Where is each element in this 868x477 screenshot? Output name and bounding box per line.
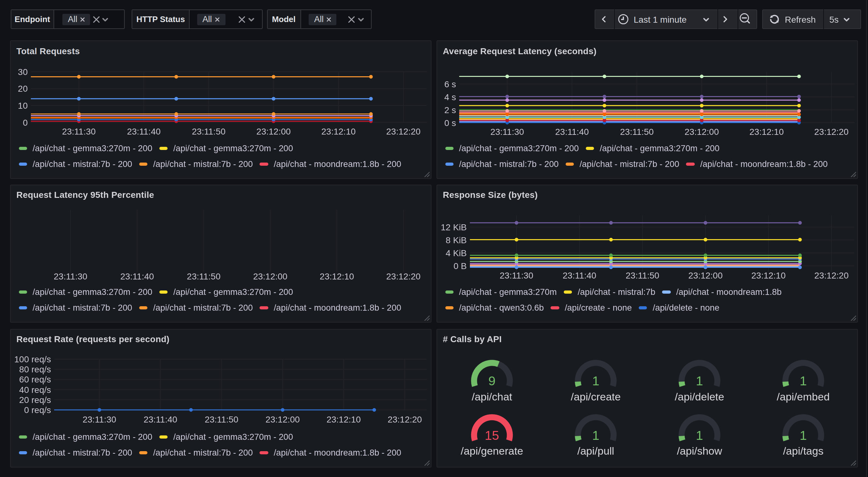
svg-text:1: 1 <box>592 374 599 388</box>
svg-text:20 req/s: 20 req/s <box>19 395 51 405</box>
svg-text:/api/pull: /api/pull <box>577 445 614 456</box>
svg-text:8 KiB: 8 KiB <box>445 235 466 245</box>
svg-text:/api/create: /api/create <box>570 390 620 402</box>
svg-text:23:11:30: 23:11:30 <box>82 414 116 424</box>
svg-text:23:11:40: 23:11:40 <box>120 271 154 281</box>
svg-text:/api/show: /api/show <box>677 445 722 456</box>
svg-text:0 req/s: 0 req/s <box>24 405 51 415</box>
svg-text:1: 1 <box>592 428 599 442</box>
svg-text:23:11:30: 23:11:30 <box>54 271 87 281</box>
svg-text:23:12:10: 23:12:10 <box>319 271 354 281</box>
svg-text:9: 9 <box>488 374 495 388</box>
svg-text:23:11:30: 23:11:30 <box>490 127 524 137</box>
svg-text:30: 30 <box>18 67 27 77</box>
svg-text:23:11:40: 23:11:40 <box>143 414 177 424</box>
svg-text:23:11:50: 23:11:50 <box>186 271 220 281</box>
svg-text:23:12:20: 23:12:20 <box>814 270 848 280</box>
svg-text:23:11:50: 23:11:50 <box>205 414 238 424</box>
svg-text:23:11:50: 23:11:50 <box>620 127 653 137</box>
svg-text:23:11:50: 23:11:50 <box>625 270 659 280</box>
svg-text:23:12:10: 23:12:10 <box>749 127 784 137</box>
svg-text:23:12:00: 23:12:00 <box>253 271 287 281</box>
svg-text:100 req/s: 100 req/s <box>14 354 51 364</box>
svg-text:23:11:40: 23:11:40 <box>127 127 160 137</box>
svg-text:20: 20 <box>18 84 27 94</box>
svg-text:40 req/s: 40 req/s <box>19 385 51 394</box>
svg-text:4 KiB: 4 KiB <box>445 248 466 258</box>
svg-text:60 req/s: 60 req/s <box>19 374 51 384</box>
svg-text:23:12:20: 23:12:20 <box>814 127 848 137</box>
svg-text:23:11:30: 23:11:30 <box>499 270 533 280</box>
svg-text:12 KiB: 12 KiB <box>441 222 467 232</box>
svg-text:/api/tags: /api/tags <box>783 445 823 456</box>
svg-text:2 s: 2 s <box>444 105 456 115</box>
svg-text:23:12:00: 23:12:00 <box>684 127 719 137</box>
svg-text:23:12:10: 23:12:10 <box>326 414 361 424</box>
svg-text:1: 1 <box>799 428 807 442</box>
svg-text:23:12:20: 23:12:20 <box>386 271 420 281</box>
svg-text:/api/chat: /api/chat <box>471 390 512 402</box>
svg-text:23:12:00: 23:12:00 <box>265 414 300 424</box>
svg-text:6 s: 6 s <box>444 80 456 89</box>
svg-text:1: 1 <box>799 374 807 388</box>
svg-text:15: 15 <box>485 428 499 442</box>
svg-text:0 B: 0 B <box>453 261 466 271</box>
svg-text:0 s: 0 s <box>444 118 456 128</box>
svg-text:10: 10 <box>18 101 27 111</box>
svg-text:/api/generate: /api/generate <box>461 445 523 456</box>
svg-text:/api/embed: /api/embed <box>776 390 829 402</box>
svg-text:1: 1 <box>696 428 703 442</box>
svg-text:80 req/s: 80 req/s <box>19 364 51 374</box>
svg-text:23:11:30: 23:11:30 <box>62 127 95 137</box>
svg-text:23:11:40: 23:11:40 <box>562 270 596 280</box>
svg-text:/api/delete: /api/delete <box>675 390 724 402</box>
svg-text:23:12:00: 23:12:00 <box>688 270 722 280</box>
svg-text:23:12:00: 23:12:00 <box>256 127 290 137</box>
svg-text:1: 1 <box>696 374 703 388</box>
svg-text:23:11:40: 23:11:40 <box>555 127 589 137</box>
svg-text:23:12:20: 23:12:20 <box>388 414 422 424</box>
svg-text:23:12:10: 23:12:10 <box>751 270 785 280</box>
svg-text:0: 0 <box>22 118 27 128</box>
svg-text:4 s: 4 s <box>444 92 456 102</box>
svg-text:23:12:10: 23:12:10 <box>321 127 355 137</box>
svg-text:23:12:20: 23:12:20 <box>386 127 420 137</box>
svg-text:23:11:50: 23:11:50 <box>191 127 225 137</box>
